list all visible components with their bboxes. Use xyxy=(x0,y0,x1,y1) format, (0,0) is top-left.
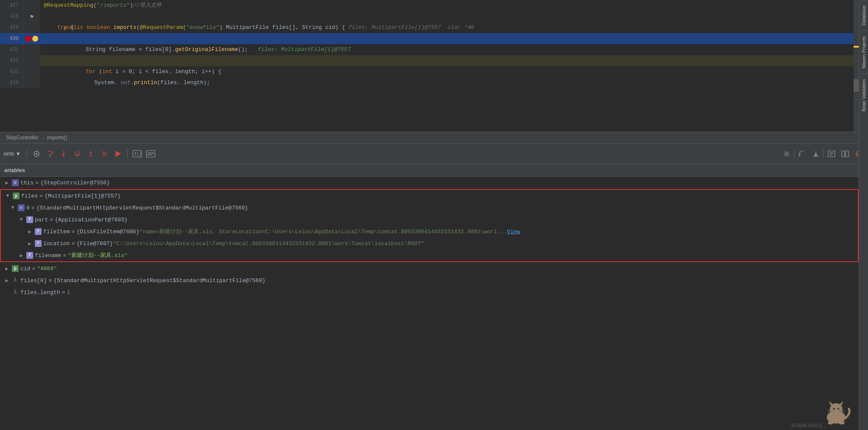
gutter-431 xyxy=(23,44,40,55)
files-0-expand-arrow[interactable] xyxy=(9,204,16,211)
filename-icon: f xyxy=(26,252,33,259)
fileitem-expand-arrow[interactable] xyxy=(26,228,33,235)
svg-marker-10 xyxy=(90,151,92,153)
code-line-434: 434 xyxy=(0,77,868,88)
filename-row[interactable]: f filename = "新建计划--家具.xls" xyxy=(1,249,858,261)
files-0-value: {StandardMultipartHttpServletRequest$Sta… xyxy=(37,205,248,211)
line-number-430: 430 xyxy=(0,33,23,44)
files0-value: {StandardMultipartHttpServletRequest$Sta… xyxy=(53,277,265,284)
breadcrumb-bar: StepController › imports() xyxy=(0,132,868,144)
svg-text:f(): f() xyxy=(134,152,142,157)
code-line-432: 432 for (int i = 0; i < files. length; i… xyxy=(0,55,868,66)
breakpoint-icon xyxy=(25,36,31,42)
breadcrumb-item-1[interactable]: StepController xyxy=(6,135,39,141)
run-to-cursor-btn[interactable] xyxy=(112,148,124,160)
toolbar-sep-3 xyxy=(794,150,795,158)
part-row[interactable]: f part = {ApplicationPart@7603} xyxy=(1,214,858,226)
fileitem-value: {DiskFileItem@7606} xyxy=(76,229,139,235)
fileslength-eq: = xyxy=(62,289,65,296)
fileslength-value: 1 xyxy=(67,289,70,296)
files0-lambda-icon: λ xyxy=(12,277,19,284)
trace-btn[interactable] xyxy=(145,148,157,160)
line-number-431: 431 xyxy=(0,44,23,55)
step-out-btn[interactable] xyxy=(85,148,97,160)
this-expand-arrow[interactable] xyxy=(3,179,10,186)
this-icon: ≡ xyxy=(12,179,19,186)
part-value: {ApplicationPart@7603} xyxy=(55,217,128,223)
fileitem-row[interactable]: f fileItem = {DiskFileItem@7606} "name=新… xyxy=(1,226,858,238)
bean-validation-tab[interactable]: Bean Validation xyxy=(860,74,868,116)
cat-mascot xyxy=(821,400,851,426)
files-0-eq: = xyxy=(31,205,35,211)
breadcrumb-item-2[interactable]: imports() xyxy=(47,135,67,141)
code-scrollbar-thumb[interactable] xyxy=(854,79,859,92)
files-expand-arrow[interactable] xyxy=(4,192,11,199)
this-eq: = xyxy=(35,180,39,186)
restore-view-btn[interactable] xyxy=(796,148,808,160)
watch-btn[interactable] xyxy=(826,148,837,160)
files-0-row[interactable]: ≡ 0 = {StandardMultipartHttpServletReque… xyxy=(1,202,858,214)
frames-btn[interactable] xyxy=(839,148,851,160)
step-into-btn[interactable] xyxy=(58,148,70,160)
this-variable-row[interactable]: ≡ this = {StepController@7556} xyxy=(0,177,859,189)
gutter-430 xyxy=(23,33,40,44)
code-line-428: 428 ⚑ public boolean imports(@RequestPar… xyxy=(0,11,868,22)
panel-title: ariables xyxy=(4,167,25,173)
line-number-433: 433 xyxy=(0,66,23,77)
location-name: location xyxy=(43,240,70,247)
code-scrollbar[interactable] xyxy=(854,0,859,132)
svg-marker-13 xyxy=(116,151,121,157)
svg-point-36 xyxy=(833,408,835,410)
maven-projects-tab[interactable]: Maven Projects xyxy=(860,31,868,74)
gutter-427 xyxy=(23,0,40,11)
settings-btn[interactable] xyxy=(781,148,792,160)
svg-marker-5 xyxy=(62,155,65,157)
variables-panel-header: ariables ↗ xyxy=(0,164,868,177)
filename-name: filename xyxy=(35,252,61,259)
part-eq: = xyxy=(50,217,53,223)
cid-value: "4008" xyxy=(37,266,57,272)
location-value: {File@7607} xyxy=(76,240,113,247)
svg-point-43 xyxy=(839,421,845,424)
copyright-text: ©CSDN-101171... xyxy=(791,423,826,428)
location-expand-arrow[interactable] xyxy=(26,240,33,247)
filename-expand-arrow[interactable] xyxy=(18,252,25,259)
cid-eq: = xyxy=(32,266,35,272)
gutter-434 xyxy=(23,77,40,88)
svg-rect-29 xyxy=(846,151,848,157)
svg-marker-8 xyxy=(76,155,79,157)
fileitem-view-link[interactable]: View xyxy=(507,229,520,235)
evaluate-btn[interactable]: f() xyxy=(131,148,143,160)
svg-marker-35 xyxy=(839,401,843,405)
drop-frame-btn[interactable] xyxy=(98,148,110,160)
code-line-427: 427 @RequestMapping("/imports")//导入文件 xyxy=(0,0,868,11)
cid-icon: p xyxy=(12,265,19,272)
fileitem-icon: f xyxy=(35,228,42,235)
line-number-429: 429 xyxy=(0,22,23,33)
show-execution-point-btn[interactable] xyxy=(31,148,42,160)
location-row[interactable]: f location = {File@7607} "C:\Users\Lelou… xyxy=(1,238,858,249)
files-0-name: 0 xyxy=(26,205,30,211)
code-line-430: 430 String filename = files[0].getOrigin… xyxy=(0,33,868,44)
files0-variable-row[interactable]: λ files[0] = {StandardMultipartHttpServl… xyxy=(0,274,859,286)
files-0-icon: ≡ xyxy=(18,204,25,211)
part-icon: f xyxy=(26,216,33,223)
code-content-433: System. out.println(files. length); xyxy=(40,66,868,77)
files0-expand-arrow[interactable] xyxy=(3,277,10,284)
step-over-btn[interactable] xyxy=(44,148,56,160)
download-btn[interactable] xyxy=(810,148,822,160)
force-step-into-btn[interactable] xyxy=(71,148,83,160)
cid-expand-arrow[interactable] xyxy=(3,265,10,272)
code-line-429: 429 try { xyxy=(0,22,868,33)
files0-eq: = xyxy=(48,277,52,284)
files-variable-row[interactable]: p files = {MultipartFile[1]@7557} xyxy=(1,190,858,202)
fileslength-variable-row[interactable]: λ files.length = 1 xyxy=(0,286,859,298)
files-group: p files = {MultipartFile[1]@7557} ≡ 0 = … xyxy=(0,189,859,262)
points-label: oints ▼ xyxy=(3,151,21,157)
files-name: files xyxy=(21,193,38,199)
database-tab[interactable]: Database xyxy=(860,0,868,31)
cid-variable-row[interactable]: p cid = "4008" xyxy=(0,263,859,274)
code-content-430: String filename = files[0].getOriginalFi… xyxy=(40,33,868,44)
part-expand-arrow[interactable] xyxy=(18,216,25,223)
cid-name: cid xyxy=(20,266,30,272)
